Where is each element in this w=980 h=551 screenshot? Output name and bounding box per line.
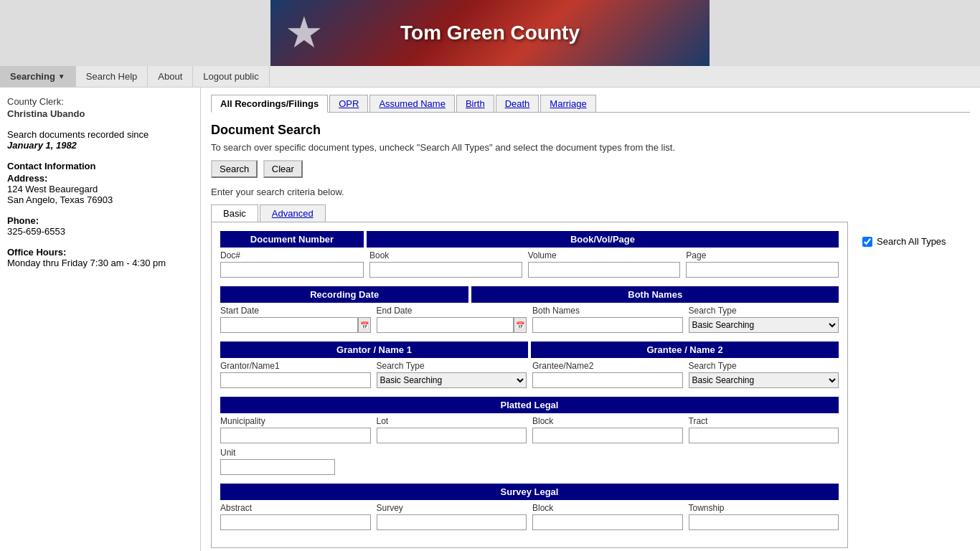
- book-vol-page-header: Book/Vol/Page: [367, 231, 839, 248]
- start-date-picker-btn[interactable]: 📅: [358, 317, 371, 333]
- grantor-name-input[interactable]: [220, 372, 371, 388]
- doc-num-field: Doc#: [220, 250, 364, 278]
- doc-number-header-row: Document Number Book/Vol/Page: [220, 231, 839, 248]
- end-date-label: End Date: [377, 306, 527, 316]
- block2-input[interactable]: [532, 514, 683, 530]
- doc-number-header: Document Number: [220, 231, 364, 248]
- doc-number-section: Document Number Book/Vol/Page Doc# Book: [220, 231, 839, 278]
- contact-label: Contact Information: [7, 161, 193, 171]
- search-all-types-checkbox[interactable]: [862, 237, 872, 247]
- county-clerk-label: County Clerk:: [7, 96, 193, 107]
- page-description: To search over specific document types, …: [211, 142, 970, 153]
- grantor-search-type-select[interactable]: Basic Searching Exact Searching Starts W…: [377, 372, 527, 388]
- address-line1: 124 West Beauregard: [7, 184, 193, 194]
- abstract-input[interactable]: [220, 514, 371, 530]
- nav-about[interactable]: About: [148, 66, 193, 87]
- block-input[interactable]: [532, 428, 683, 443]
- abstract-label: Abstract: [220, 503, 371, 513]
- form-and-right-panel: Document Number Book/Vol/Page Doc# Book: [211, 222, 970, 548]
- start-date-field: Start Date 📅: [220, 306, 371, 333]
- survey-legal-header: Survey Legal: [220, 484, 839, 500]
- township-input[interactable]: [689, 514, 839, 530]
- grantor-header: Grantor / Name 1: [220, 342, 528, 358]
- nav-searching[interactable]: Searching ▼: [0, 66, 76, 87]
- right-panel: Search All Types: [855, 222, 970, 548]
- page-header: Tom Green County: [0, 0, 980, 66]
- search-docs-date: January 1, 1982: [7, 140, 193, 151]
- block-label: Block: [532, 416, 683, 426]
- tab-basic[interactable]: Basic: [211, 204, 258, 222]
- both-names-search-type-select[interactable]: Basic Searching Exact Searching Starts W…: [689, 317, 839, 333]
- start-date-input[interactable]: [220, 317, 358, 333]
- tab-all-recordings[interactable]: All Recordings/Filings: [211, 95, 328, 113]
- recording-date-header-row: Recording Date Both Names: [220, 286, 839, 303]
- tab-advanced[interactable]: Advanced: [260, 204, 326, 222]
- search-button[interactable]: Search: [211, 160, 258, 178]
- header-bg-right: [710, 0, 980, 66]
- municipality-field: Municipality: [220, 416, 371, 443]
- municipality-label: Municipality: [220, 416, 371, 426]
- recording-date-header: Recording Date: [220, 286, 468, 303]
- grantor-name-label: Grantor/Name1: [220, 361, 371, 371]
- volume-field: Volume: [528, 250, 681, 278]
- search-all-types-label[interactable]: Search All Types: [877, 236, 946, 247]
- survey-legal-section: Survey Legal Abstract Survey Block: [220, 484, 839, 530]
- doc-num-input[interactable]: [220, 262, 364, 278]
- book-input[interactable]: [369, 262, 522, 278]
- tab-birth[interactable]: Birth: [456, 95, 494, 112]
- tab-marriage[interactable]: Marriage: [540, 95, 595, 112]
- sidebar-contact: Contact Information Address: 124 West Be…: [7, 161, 193, 205]
- township-label: Township: [689, 503, 839, 513]
- navbar: Searching ▼ Search Help About Logout pub…: [0, 66, 980, 88]
- grantor-grantee-section: Grantor / Name 1 Grantee / Name 2 Granto…: [220, 342, 839, 388]
- tab-death[interactable]: Death: [496, 95, 540, 112]
- main-content: All Recordings/Filings OPR Assumed Name …: [201, 88, 980, 551]
- volume-input[interactable]: [528, 262, 681, 278]
- grantor-search-type-label: Search Type: [377, 361, 527, 371]
- grantee-header: Grantee / Name 2: [531, 342, 839, 358]
- grantee-name-input[interactable]: [532, 372, 683, 388]
- clear-button[interactable]: Clear: [263, 160, 303, 178]
- doc-num-label: Doc#: [220, 250, 364, 260]
- grantee-name-field: Grantee/Name2: [532, 361, 683, 388]
- doc-type-tabs: All Recordings/Filings OPR Assumed Name …: [211, 95, 970, 113]
- platted-legal-header-row: Platted Legal: [220, 397, 839, 413]
- criteria-label: Enter your search criteria below.: [211, 187, 970, 197]
- nav-logout[interactable]: Logout public: [193, 66, 269, 87]
- header-banner: Tom Green County: [270, 0, 710, 66]
- lot-field: Lot: [377, 416, 527, 443]
- page-field: Page: [686, 250, 839, 278]
- tract-input[interactable]: [689, 428, 839, 443]
- grantee-name-label: Grantee/Name2: [532, 361, 683, 371]
- grantee-search-type-select[interactable]: Basic Searching Exact Searching Starts W…: [689, 372, 839, 388]
- recording-date-fields: Start Date 📅 End Date 📅: [220, 306, 839, 333]
- both-names-input[interactable]: [532, 317, 683, 333]
- end-date-picker-btn[interactable]: 📅: [514, 317, 527, 333]
- grantor-grantee-header-row: Grantor / Name 1 Grantee / Name 2: [220, 342, 839, 358]
- nav-dropdown-arrow: ▼: [58, 72, 65, 80]
- tab-opr[interactable]: OPR: [329, 95, 368, 112]
- address-line2: San Angelo, Texas 76903: [7, 194, 193, 205]
- phone-label: Phone:: [7, 215, 193, 226]
- start-date-label: Start Date: [220, 306, 371, 316]
- lot-input[interactable]: [377, 428, 527, 443]
- book-field: Book: [369, 250, 522, 278]
- abstract-field: Abstract: [220, 503, 371, 530]
- grantor-name-field: Grantor/Name1: [220, 361, 371, 388]
- grantee-search-type-field: Search Type Basic Searching Exact Search…: [689, 361, 839, 388]
- page-input[interactable]: [686, 262, 839, 278]
- municipality-input[interactable]: [220, 428, 371, 443]
- tab-assumed-name[interactable]: Assumed Name: [369, 95, 454, 112]
- nav-search-help[interactable]: Search Help: [76, 66, 149, 87]
- survey-legal-fields: Abstract Survey Block Township: [220, 503, 839, 530]
- unit-input[interactable]: [220, 459, 335, 475]
- search-button-row: Search Clear: [211, 160, 970, 178]
- unit-label: Unit: [220, 448, 335, 458]
- survey-input[interactable]: [377, 514, 527, 530]
- main-layout: County Clerk: Christina Ubando Search do…: [0, 88, 980, 551]
- both-names-header: Both Names: [471, 286, 839, 303]
- survey-field: Survey: [377, 503, 527, 530]
- platted-legal-section: Platted Legal Municipality Lot Block: [220, 397, 839, 475]
- book-label: Book: [369, 250, 522, 260]
- end-date-input[interactable]: [377, 317, 514, 333]
